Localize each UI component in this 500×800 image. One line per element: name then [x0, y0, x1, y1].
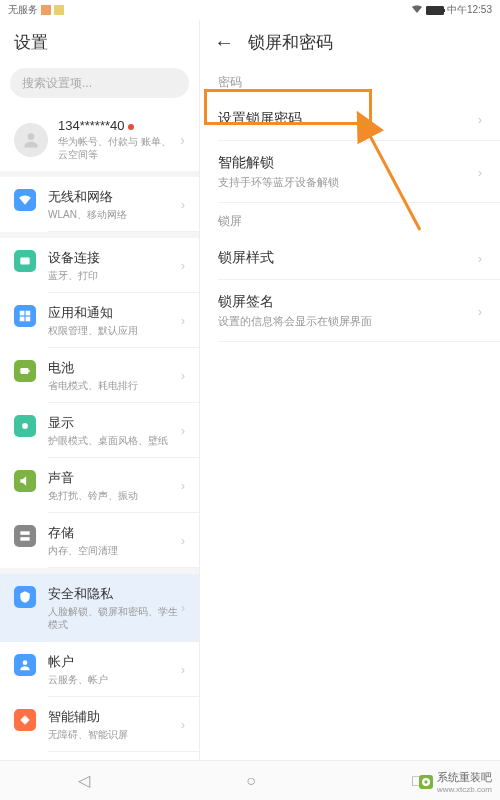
chevron-right-icon: › — [478, 165, 482, 180]
sidebar-item-accessibility[interactable]: 智能辅助 无障碍、智能识屏 › — [0, 697, 199, 752]
watermark-text: 系统重装吧 — [437, 770, 492, 785]
item-title: 锁屏签名 — [218, 293, 482, 311]
svg-point-11 — [23, 660, 28, 665]
sidebar-item-label: 帐户 — [48, 653, 185, 671]
sidebar-item-sub: 免打扰、铃声、振动 — [48, 489, 185, 502]
sidebar-item-storage[interactable]: 存储 内存、空间清理 › — [0, 513, 199, 568]
item-sub: 支持手环等蓝牙设备解锁 — [218, 175, 482, 190]
item-sub: 设置的信息将会显示在锁屏界面 — [218, 314, 482, 329]
sidebar-item-label: 电池 — [48, 359, 185, 377]
svg-rect-6 — [20, 368, 28, 374]
chevron-right-icon: › — [181, 259, 185, 273]
chevron-right-icon: › — [181, 601, 185, 615]
accessibility-icon — [14, 709, 36, 731]
wifi-icon — [14, 189, 36, 211]
search-placeholder: 搜索设置项... — [22, 75, 92, 92]
chevron-right-icon: › — [181, 424, 185, 438]
sidebar-item-sub: 人脸解锁、锁屏和密码、学生模式 — [48, 605, 185, 631]
chevron-right-icon: › — [478, 304, 482, 319]
sidebar-item-sub: 权限管理、默认应用 — [48, 324, 185, 337]
battery-icon — [14, 360, 36, 382]
svg-rect-3 — [26, 311, 31, 316]
sidebar-item-sub: 内存、空间清理 — [48, 544, 185, 557]
right-title: 锁屏和密码 — [248, 31, 333, 54]
storage-icon — [14, 525, 36, 547]
chevron-right-icon: › — [478, 251, 482, 266]
svg-point-8 — [22, 423, 28, 429]
wifi-icon — [411, 4, 423, 16]
sidebar-item-security[interactable]: 安全和隐私 人脸解锁、锁屏和密码、学生模式 › — [0, 574, 199, 642]
item-title: 智能解锁 — [218, 154, 482, 172]
item-title: 锁屏样式 — [218, 249, 482, 267]
avatar — [14, 123, 48, 157]
account-icon — [14, 654, 36, 676]
sidebar-item-label: 智能辅助 — [48, 708, 185, 726]
status-left: 无服务 — [8, 3, 64, 17]
app-icon — [14, 305, 36, 327]
chevron-right-icon: › — [181, 718, 185, 732]
watermark-icon — [419, 775, 433, 789]
sidebar-item-label: 安全和隐私 — [48, 585, 185, 603]
battery-icon — [426, 6, 444, 15]
sidebar-item-label: 设备连接 — [48, 249, 185, 267]
sidebar-item-label: 声音 — [48, 469, 185, 487]
nav-back[interactable]: ◁ — [78, 771, 90, 790]
settings-item[interactable]: 智能解锁 支持手环等蓝牙设备解锁 › — [200, 141, 500, 203]
svg-point-0 — [28, 133, 35, 140]
search-input[interactable]: 搜索设置项... — [10, 68, 189, 98]
sidebar-item-label: 存储 — [48, 524, 185, 542]
chevron-right-icon: › — [181, 663, 185, 677]
chevron-right-icon: › — [181, 479, 185, 493]
item-title: 设置锁屏密码 — [218, 110, 482, 128]
section-header: 锁屏 — [200, 203, 500, 236]
settings-item[interactable]: 锁屏签名 设置的信息将会显示在锁屏界面 › — [200, 280, 500, 342]
back-button[interactable]: ← — [214, 31, 234, 54]
sidebar-item-sub: 无障碍、智能识屏 — [48, 728, 185, 741]
section-header: 密码 — [200, 64, 500, 97]
svg-rect-10 — [20, 537, 29, 541]
svg-rect-2 — [20, 311, 25, 316]
account-sub: 华为帐号、付款与 账单、云空间等 — [58, 135, 180, 161]
account-phone: 134******40 — [58, 118, 125, 133]
sidebar-item-sub: 护眼模式、桌面风格、壁纸 — [48, 434, 185, 447]
time-label: 中午12:53 — [447, 3, 492, 17]
sidebar-item-sub: WLAN、移动网络 — [48, 208, 185, 221]
chevron-right-icon: › — [181, 198, 185, 212]
sidebar-item-display[interactable]: 显示 护眼模式、桌面风格、壁纸 › — [0, 403, 199, 458]
sidebar-item-account[interactable]: 帐户 云服务、帐户 › — [0, 642, 199, 697]
status-right: 中午12:53 — [411, 3, 492, 17]
sidebar-item-sound[interactable]: 声音 免打扰、铃声、振动 › — [0, 458, 199, 513]
no-service-label: 无服务 — [8, 3, 38, 17]
sidebar-item-label: 应用和通知 — [48, 304, 185, 322]
status-icon-1 — [41, 5, 51, 15]
sidebar-item-label: 显示 — [48, 414, 185, 432]
sidebar-item-wifi[interactable]: 无线和网络 WLAN、移动网络 › — [0, 177, 199, 232]
nav-home[interactable]: ○ — [246, 772, 256, 790]
sound-icon — [14, 470, 36, 492]
svg-rect-5 — [26, 317, 31, 322]
settings-item[interactable]: 锁屏样式 › — [200, 236, 500, 280]
sidebar-item-sub: 云服务、帐户 — [48, 673, 185, 686]
display-icon — [14, 415, 36, 437]
settings-item[interactable]: 设置锁屏密码 › — [200, 97, 500, 141]
red-dot-icon — [128, 124, 134, 130]
sidebar-item-label: 无线和网络 — [48, 188, 185, 206]
chevron-right-icon: › — [181, 314, 185, 328]
sidebar-item-battery[interactable]: 电池 省电模式、耗电排行 › — [0, 348, 199, 403]
chevron-right-icon: › — [181, 534, 185, 548]
sidebar-item-sub: 蓝牙、打印 — [48, 269, 185, 282]
device-icon — [14, 250, 36, 272]
account-row[interactable]: 134******40 华为帐号、付款与 账单、云空间等 › — [0, 108, 199, 177]
svg-rect-4 — [20, 317, 25, 322]
svg-rect-1 — [20, 258, 29, 265]
sidebar-item-app[interactable]: 应用和通知 权限管理、默认应用 › — [0, 293, 199, 348]
watermark: 系统重装吧 www.xtczb.com — [419, 770, 492, 794]
sidebar-item-device[interactable]: 设备连接 蓝牙、打印 › — [0, 238, 199, 293]
status-icon-2 — [54, 5, 64, 15]
watermark-url: www.xtczb.com — [437, 785, 492, 794]
security-icon — [14, 586, 36, 608]
svg-rect-9 — [20, 531, 29, 535]
settings-title: 设置 — [0, 20, 199, 64]
chevron-right-icon: › — [478, 112, 482, 127]
sidebar-item-sub: 省电模式、耗电排行 — [48, 379, 185, 392]
